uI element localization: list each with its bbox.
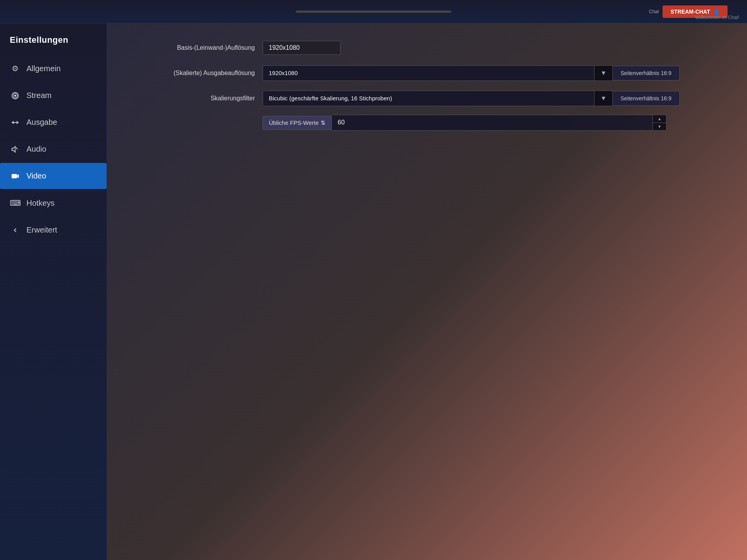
main-layout: Einstellungen ⚙ Allgemein Stream Ausgabe: [0, 23, 747, 560]
sidebar-item-stream[interactable]: Stream: [0, 82, 107, 108]
sidebar-item-audio[interactable]: Audio: [0, 136, 107, 162]
fps-increment-button[interactable]: ▲: [653, 115, 666, 123]
ausgabe-aufloesung-row: (Skalierte) Ausgabeauflösung 1920x1080 ▼…: [130, 64, 724, 82]
ausgabe-icon: [10, 119, 21, 126]
erweitert-icon: [10, 227, 21, 234]
ausgabe-aufloesung-label: (Skalierte) Ausgabeauflösung: [130, 70, 263, 77]
fps-preset-arrows-icon: ⇅: [321, 119, 326, 126]
ausgabe-aufloesung-suffix: Seitenverhältnis 16:9: [613, 66, 680, 80]
sidebar-item-label: Stream: [26, 91, 51, 100]
fps-value-container: 60 ▲ ▼: [332, 115, 666, 131]
sidebar-item-ausgabe[interactable]: Ausgabe: [0, 109, 107, 135]
fps-decrement-button[interactable]: ▼: [653, 123, 666, 130]
fps-row: Übliche FPS-Werte ⇅ 60 ▲ ▼: [130, 115, 724, 131]
skalierungsfilter-suffix: Seitenverhältnis 16:9: [613, 91, 680, 106]
svg-rect-1: [12, 174, 17, 178]
skalierungsfilter-dropdown[interactable]: Bicubic (geschärfte Skalierung, 16 Stich…: [263, 91, 613, 106]
sidebar-item-label: Allgemein: [26, 64, 61, 73]
skalierungsfilter-row: Skalierungsfilter Bicubic (geschärfte Sk…: [130, 89, 724, 107]
stream-icon: [10, 91, 21, 100]
fps-preset-label: Übliche FPS-Werte: [269, 119, 319, 126]
video-icon: [10, 173, 21, 179]
chat-label: Chat: [649, 9, 659, 14]
stream-chat-icon: 👤: [713, 9, 720, 15]
audio-icon: [10, 145, 21, 154]
sidebar: Einstellungen ⚙ Allgemein Stream Ausgabe: [0, 23, 107, 560]
basis-aufloesung-label: Basis-(Leinwand-)Auflösung: [130, 44, 263, 51]
sidebar-item-label: Audio: [26, 145, 46, 154]
basis-aufloesung-value: 1920x1080: [263, 41, 340, 55]
skalierungsfilter-arrow[interactable]: ▼: [594, 91, 612, 106]
sidebar-item-label: Video: [26, 172, 46, 180]
ausgabe-aufloesung-value: 1920x1080: [263, 66, 594, 80]
sidebar-title: Einstellungen: [0, 27, 107, 55]
sidebar-item-label: Ausgabe: [26, 118, 57, 127]
chat-welcome-text: Willkommen im Chat!: [695, 15, 739, 20]
skalierungsfilter-label: Skalierungsfilter: [130, 95, 263, 102]
sidebar-item-label: Hotkeys: [26, 199, 54, 208]
ausgabe-aufloesung-arrow[interactable]: ▼: [594, 66, 612, 80]
fps-spinner[interactable]: ▲ ▼: [652, 115, 666, 130]
sidebar-item-video[interactable]: Video: [0, 163, 107, 189]
svg-point-0: [14, 94, 16, 97]
fps-preset-button[interactable]: Übliche FPS-Werte ⇅: [263, 116, 332, 130]
hotkeys-icon: ⌨: [10, 198, 21, 208]
stream-chat-label: STREAM-CHAT: [670, 9, 710, 15]
skalierungsfilter-value: Bicubic (geschärfte Skalierung, 16 Stich…: [263, 91, 594, 105]
sidebar-item-hotkeys[interactable]: ⌨ Hotkeys: [0, 190, 107, 216]
sidebar-item-label: Erweitert: [26, 226, 57, 234]
gear-icon: ⚙: [10, 64, 21, 73]
top-bar-center-bar: [296, 10, 451, 13]
sidebar-item-erweitert[interactable]: Erweitert: [0, 217, 107, 243]
sidebar-item-allgemein[interactable]: ⚙ Allgemein: [0, 55, 107, 82]
content-area: Basis-(Leinwand-)Auflösung 1920x1080 (Sk…: [107, 23, 747, 560]
basis-aufloesung-row: Basis-(Leinwand-)Auflösung 1920x1080: [130, 39, 724, 56]
ausgabe-aufloesung-dropdown[interactable]: 1920x1080 ▼: [263, 65, 613, 81]
fps-value: 60: [332, 115, 652, 130]
top-bar: Chat STREAM-CHAT 👤 Willkommen im Chat!: [0, 0, 747, 23]
